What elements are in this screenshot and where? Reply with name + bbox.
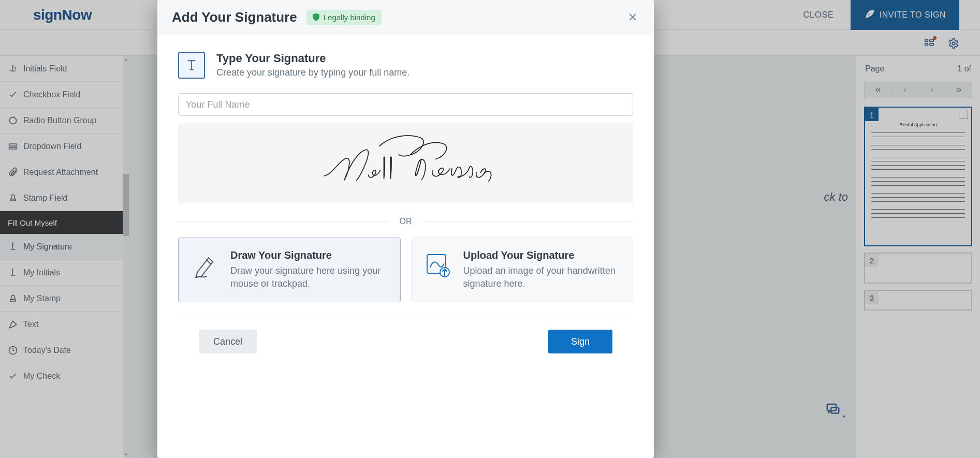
legal-badge-label: Legally binding xyxy=(324,13,375,22)
or-label: OR xyxy=(400,217,412,226)
upload-signature-subtitle: Upload an image of your handwritten sign… xyxy=(463,264,621,290)
draw-signature-title: Draw Your Signature xyxy=(230,249,388,261)
upload-signature-card[interactable]: Upload Your Signature Upload an image of… xyxy=(411,238,634,302)
draw-signature-card[interactable]: Draw Your Signature Draw your signature … xyxy=(178,238,401,302)
full-name-input[interactable] xyxy=(178,93,633,116)
modal-title: Add Your Signature xyxy=(172,9,297,25)
modal-footer: Cancel Sign xyxy=(178,318,633,365)
upload-signature-title: Upload Your Signature xyxy=(463,249,621,261)
modal-header: Add Your Signature Legally binding ✕ xyxy=(157,0,654,35)
sign-button[interactable]: Sign xyxy=(548,330,612,353)
signature-preview xyxy=(178,123,633,203)
modal-close-button[interactable]: ✕ xyxy=(626,10,639,25)
add-signature-modal: Add Your Signature Legally binding ✕ Typ… xyxy=(157,0,654,458)
pencil-draw-icon xyxy=(191,249,218,280)
upload-signature-icon xyxy=(424,249,451,280)
cancel-button[interactable]: Cancel xyxy=(199,330,257,353)
type-text-icon xyxy=(178,52,205,79)
draw-signature-subtitle: Draw your signature here using your mous… xyxy=(230,264,388,290)
or-divider: OR xyxy=(178,217,633,226)
legally-binding-badge: Legally binding xyxy=(306,10,382,25)
type-signature-title: Type Your Signature xyxy=(216,52,409,65)
type-signature-subtitle: Create your signature by typing your ful… xyxy=(216,67,409,78)
type-signature-section: Type Your Signature Create your signatur… xyxy=(178,40,633,79)
close-icon: ✕ xyxy=(628,11,637,24)
